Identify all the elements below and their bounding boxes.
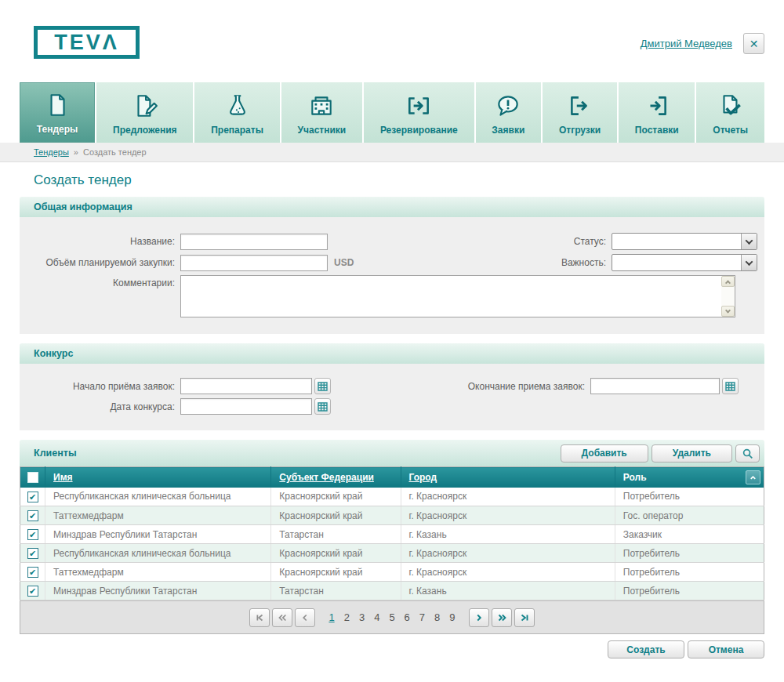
section-general-info: Общая информация Название: Статус: Объём… [20, 197, 764, 334]
bracket-arrow-out-icon [567, 90, 593, 122]
row-checkbox[interactable] [27, 510, 38, 521]
delete-button[interactable]: Удалить [652, 444, 732, 463]
search-button[interactable] [735, 444, 760, 463]
row-checkbox[interactable] [27, 492, 38, 502]
contest-date-label: Дата конкурса: [20, 401, 180, 412]
chevron-up-icon [749, 473, 757, 482]
breadcrumb-separator: » [74, 147, 78, 157]
accept-start-label: Начало приёма заявок: [20, 381, 180, 392]
user-area: Дмитрий Медведев ✕ [641, 33, 764, 54]
name-label: Название: [20, 236, 180, 247]
add-button[interactable]: Добавить [561, 444, 648, 463]
first-page-button[interactable] [249, 608, 270, 627]
breadcrumb-current: Создать тендер [83, 147, 147, 157]
cell-city: г. Казань [401, 582, 615, 600]
tab-label: Препараты [211, 125, 263, 136]
tab-drugs[interactable]: Препараты [194, 82, 279, 143]
tab-requests[interactable]: Заявки [476, 82, 542, 143]
cell-city: г. Красноярск [401, 544, 615, 563]
prev-block-button[interactable] [272, 608, 292, 627]
cell-name: Минздрав Республики Татарстан [45, 525, 271, 544]
page-title: Создать тендер [34, 172, 784, 188]
document-icon [44, 89, 71, 121]
accept-end-label: Окончание приема заявок: [468, 381, 590, 392]
page-number[interactable]: 3 [359, 611, 365, 623]
cancel-button[interactable]: Отмена [688, 640, 764, 658]
prev-page-button[interactable] [295, 608, 315, 627]
next-block-button[interactable] [492, 608, 512, 627]
section-header: Конкурс [20, 343, 764, 364]
calendar-icon[interactable] [314, 378, 331, 394]
table-row: Таттехмедфарм Красноярский край г. Красн… [20, 563, 764, 582]
volume-input[interactable] [180, 255, 328, 271]
tab-reservation[interactable]: Резервирование [364, 82, 474, 143]
textarea-scrollbar[interactable] [721, 276, 735, 317]
name-input[interactable] [180, 234, 328, 250]
tab-label: Участники [298, 125, 347, 136]
calendar-icon[interactable] [722, 378, 739, 394]
column-header-name[interactable]: Имя [53, 472, 73, 483]
section-contest: Конкурс Начало приёма заявок: Окончание … [20, 343, 764, 430]
row-checkbox[interactable] [27, 529, 38, 540]
page-number[interactable]: 4 [374, 611, 379, 623]
tab-shipments[interactable]: Отгрузки [543, 82, 617, 143]
status-label: Статус: [574, 236, 612, 247]
cell-region: Татарстан [271, 525, 401, 544]
tab-tenders[interactable]: Тендеры [20, 82, 95, 143]
breadcrumb-link-tenders[interactable]: Тендеры [34, 147, 69, 157]
footer-actions: Создать Отмена [20, 640, 764, 658]
page-number[interactable]: 1 [328, 611, 334, 623]
table-header-row: Имя Субъект Федерации Город Роль [20, 467, 764, 488]
chevron-down-icon[interactable] [741, 234, 757, 249]
accept-start-input[interactable] [180, 378, 312, 394]
cell-name: Таттехмедфарм [45, 563, 271, 582]
cell-role: Потребитель [615, 582, 764, 600]
chevron-down-icon[interactable] [741, 255, 757, 270]
cell-name: Минздрав Республики Татарстан [45, 582, 271, 600]
tab-proposals[interactable]: Предложения [96, 82, 193, 143]
page-number[interactable]: 2 [344, 611, 350, 623]
next-page-button[interactable] [469, 608, 489, 627]
cell-city: г. Красноярск [401, 488, 615, 506]
comments-textarea[interactable] [181, 276, 721, 317]
tab-reports[interactable]: Отчеты [696, 82, 764, 143]
column-header-city[interactable]: Город [409, 472, 437, 483]
page-number[interactable]: 6 [405, 611, 410, 623]
last-page-button[interactable] [514, 608, 535, 627]
page-number[interactable]: 9 [449, 611, 455, 623]
page-number[interactable]: 5 [389, 611, 394, 623]
status-select[interactable] [612, 233, 757, 250]
row-checkbox[interactable] [27, 567, 38, 578]
scroll-down-icon[interactable] [721, 306, 735, 317]
cell-city: г. Казань [401, 525, 615, 544]
section-header: Общая информация [20, 197, 764, 217]
pagination: 1 2 3 4 5 6 7 8 9 [20, 600, 764, 634]
building-icon [308, 90, 335, 122]
cell-name: Республиканская клиническая больница [45, 544, 271, 563]
contest-date-input[interactable] [180, 398, 312, 415]
tab-label: Поставки [635, 125, 679, 136]
column-header-region[interactable]: Субъект Федерации [279, 472, 374, 483]
select-all-checkbox[interactable] [27, 472, 38, 483]
volume-label: Объём планируемой закупки: [20, 257, 180, 268]
tab-deliveries[interactable]: Поставки [619, 82, 695, 143]
row-checkbox[interactable] [27, 548, 38, 559]
scroll-up-icon[interactable] [721, 276, 735, 287]
logout-button[interactable]: ✕ [743, 33, 764, 54]
importance-select[interactable] [612, 254, 757, 271]
calendar-icon[interactable] [314, 398, 331, 415]
comments-field [180, 275, 735, 317]
user-profile-link[interactable]: Дмитрий Медведев [641, 38, 732, 49]
row-checkbox[interactable] [27, 586, 38, 597]
page-number[interactable]: 8 [434, 611, 440, 623]
teva-logo: TEVΛ [34, 26, 140, 59]
create-button[interactable]: Создать [608, 640, 684, 658]
accept-end-input[interactable] [590, 378, 720, 394]
tab-participants[interactable]: Участники [281, 82, 362, 143]
cell-city: г. Красноярск [401, 563, 615, 582]
page-number[interactable]: 7 [419, 611, 425, 623]
column-header-role: Роль [623, 472, 647, 483]
tab-label: Отгрузки [559, 125, 601, 136]
sort-asc-button[interactable] [746, 470, 760, 484]
clients-table: Имя Субъект Федерации Город Роль Республ… [20, 466, 764, 600]
